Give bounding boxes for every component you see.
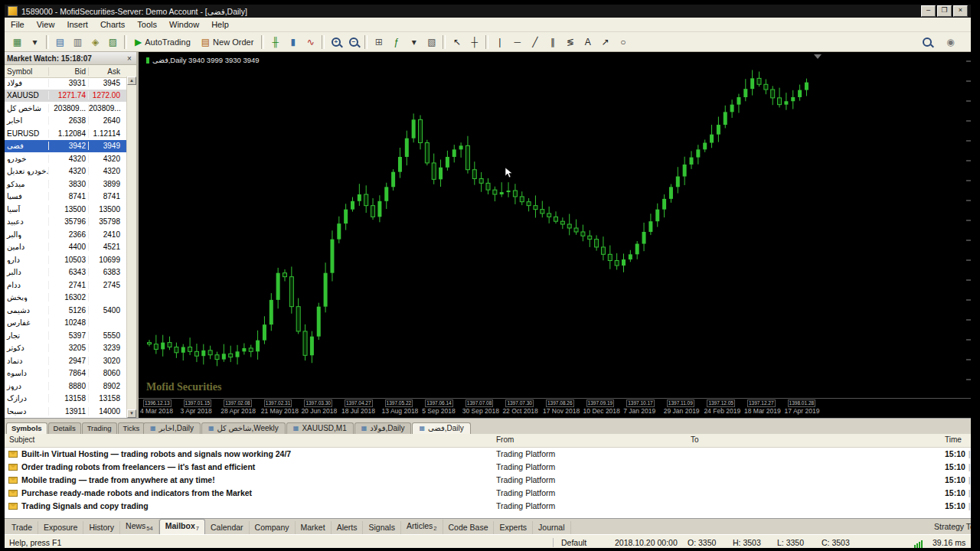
market-watch-row[interactable]: غفارس10248 (5, 317, 127, 330)
menu-insert[interactable]: Insert (60, 18, 94, 31)
status-profile[interactable]: Default (553, 538, 586, 547)
tab-signals[interactable]: Signals (363, 521, 400, 534)
mail-column-header-subject[interactable]: Subject (9, 435, 34, 444)
close-button[interactable]: × (953, 5, 968, 17)
tab-mailbox[interactable]: Mailbox7 (159, 519, 205, 534)
market-watch-row[interactable]: والبر23662410 (5, 228, 127, 241)
channel-button[interactable]: ∥ (544, 34, 561, 51)
market-watch-row[interactable]: دتماد29473020 (5, 354, 127, 367)
scroll-up-icon[interactable]: ▲ (127, 77, 136, 85)
market-watch-row[interactable]: خودرو43204320 (5, 152, 127, 165)
title-bar[interactable]: 1589000 - MofidSecurities-Server: Demo A… (5, 5, 971, 18)
chart-tab-فولاد-daily[interactable]: ▦فولاد,Daily (354, 422, 412, 434)
tab-symbols[interactable]: Symbols (6, 422, 47, 434)
tab-trade[interactable]: Trade (6, 521, 38, 534)
mail-row[interactable]: Order trading robots from freelancers — … (5, 461, 971, 474)
tab-code-base[interactable]: Code Base (443, 521, 495, 534)
market-watch-row[interactable]: دروز88808902 (5, 380, 127, 393)
zoom-in-button[interactable]: + (327, 34, 345, 51)
market-watch-row[interactable]: دشیمی51265400 (5, 304, 127, 317)
market-watch-row[interactable]: خودرو تعدیل...43204320 (5, 165, 127, 178)
menu-charts[interactable]: Charts (94, 18, 131, 31)
shapes-button[interactable]: ○ (614, 34, 632, 51)
market-watch-row[interactable]: EURUSD1.120841.12114 (5, 127, 127, 140)
column-header-ask[interactable]: Ask (89, 67, 122, 76)
market-watch-row[interactable]: فسپا87418741 (5, 191, 127, 204)
trendline-button[interactable]: ╱ (526, 34, 544, 51)
search-button[interactable] (918, 34, 936, 51)
chart-tab-فضی-daily[interactable]: ▦فضی,Daily (412, 422, 470, 434)
navigator-button[interactable]: ◈ (87, 34, 104, 51)
vertical-line-button[interactable]: | (491, 34, 508, 51)
periods-button[interactable]: ▾ (405, 34, 423, 51)
data-window-button[interactable]: ▥ (69, 34, 87, 51)
mail-row[interactable]: Purchase ready-made robots and indicator… (5, 487, 971, 500)
market-watch-row[interactable]: XAUUSD1271.741272.00 (5, 90, 127, 103)
templates-button[interactable]: ▧ (423, 34, 440, 51)
chart-tab-اخابر-daily[interactable]: ▦اخابر,Daily (143, 422, 201, 434)
column-header-bid[interactable]: Bid (49, 67, 89, 76)
tab-company[interactable]: Company (250, 521, 296, 534)
line-chart-button[interactable]: ∿ (302, 34, 319, 51)
menu-file[interactable]: File (5, 18, 31, 31)
terminal-button[interactable]: ▨ (104, 34, 122, 51)
close-icon[interactable]: × (125, 54, 134, 63)
chart-area[interactable]: فضی,Daily 3940 3999 3930 3949 Mofid Secu… (139, 52, 971, 418)
market-watch-row[interactable]: اخابر26382640 (5, 115, 127, 128)
text-label-button[interactable]: A (579, 34, 596, 51)
tab-journal[interactable]: Journal (533, 521, 570, 534)
market-watch-row[interactable]: درازک1315813158 (5, 393, 127, 406)
market-watch-row[interactable]: وپخش16302 (5, 292, 127, 305)
zoom-out-button[interactable]: − (345, 34, 362, 51)
community-button[interactable]: ◉ (942, 34, 959, 51)
autotrading-button[interactable]: ▶AutoTrading (129, 34, 196, 51)
mail-column-header-from[interactable]: From (496, 435, 514, 444)
chart-tab-xauusd-m1[interactable]: ▦XAUUSD,M1 (286, 422, 354, 434)
restore-button[interactable]: ❐ (937, 5, 952, 17)
market-watch-row[interactable]: دامین44004521 (5, 241, 127, 254)
tab-exposure[interactable]: Exposure (38, 521, 83, 534)
indicators-button[interactable]: ƒ (387, 34, 405, 51)
arrows-button[interactable]: ↗ (596, 34, 614, 51)
candlestick-chart-button[interactable]: ▮ (284, 34, 302, 51)
cursor-button[interactable]: ↖ (448, 34, 466, 51)
mail-row[interactable]: Built-in Virtual Hosting — trading robot… (5, 448, 971, 461)
tab-articles[interactable]: Articles2 (401, 520, 443, 534)
market-watch-row[interactable]: فولاد39313945 (5, 77, 127, 90)
tile-windows-button[interactable]: ⊞ (370, 34, 387, 51)
mail-row[interactable]: Trading Signals and copy tradingTrading … (5, 500, 971, 513)
fibonacci-button[interactable]: ≶ (561, 34, 579, 51)
market-watch-scrollbar[interactable]: ▲ ▼ (126, 77, 136, 418)
menu-window[interactable]: Window (163, 18, 205, 31)
mail-column-header-to[interactable]: To (691, 435, 699, 444)
tab-details[interactable]: Details (48, 422, 81, 434)
tab-market[interactable]: Market (296, 521, 332, 534)
minimize-button[interactable]: – (921, 5, 936, 17)
crosshair-button[interactable]: ┼ (466, 34, 483, 51)
market-watch-row[interactable]: دالبر63436383 (5, 266, 127, 279)
bar-chart-button[interactable]: ╫ (266, 34, 284, 51)
market-watch-row[interactable]: آسیا1350013500 (5, 203, 127, 216)
tab-news[interactable]: News54 (120, 520, 159, 534)
mail-row[interactable]: Mobile trading — trade from anywhere at … (5, 474, 971, 487)
menu-view[interactable]: View (31, 18, 61, 31)
new-chart-button[interactable]: ▦ (8, 34, 26, 51)
new-order-button[interactable]: ▤New Order (196, 34, 260, 51)
tab-trading[interactable]: Trading (82, 422, 117, 434)
menu-tools[interactable]: Tools (131, 18, 163, 31)
profiles-button[interactable]: ▾ (26, 34, 44, 51)
scroll-down-icon[interactable]: ▼ (127, 409, 136, 418)
market-watch-row[interactable]: دکوثر32053239 (5, 342, 127, 355)
market-watch-row[interactable]: میدکو38303899 (5, 178, 127, 191)
market-watch-button[interactable]: ▤ (51, 34, 69, 51)
market-watch-row[interactable]: دسبحا1391114000 (5, 405, 127, 418)
strategy-tester-label[interactable]: Strategy Tester (934, 522, 971, 531)
market-watch-row[interactable]: دعبید3579635798 (5, 216, 127, 229)
tab-experts[interactable]: Experts (494, 521, 533, 534)
chart-tab-شاخص-کل-weekly[interactable]: ▦شاخص کل,Weekly (201, 422, 286, 434)
tab-history[interactable]: History (83, 521, 120, 534)
horizontal-line-button[interactable]: ─ (508, 34, 526, 51)
market-watch-row[interactable]: ددام27412745 (5, 279, 127, 292)
column-header-symbol[interactable]: Symbol (5, 67, 49, 76)
tab-alerts[interactable]: Alerts (332, 521, 364, 534)
